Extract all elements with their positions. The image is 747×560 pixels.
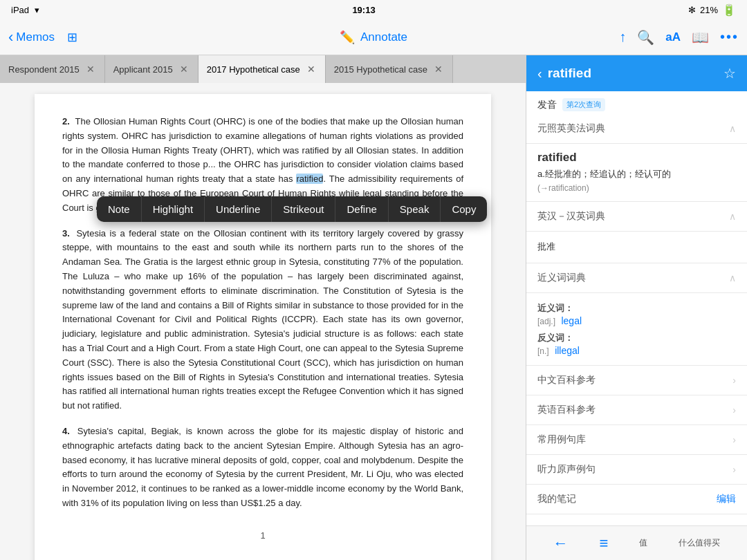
grid-icon[interactable]: ⊞ — [67, 30, 77, 45]
dict-bottom-back-button[interactable]: ← — [553, 534, 569, 552]
dict-yuan-title: 元照英美法词典 — [537, 122, 605, 135]
tab-hypo2017-close[interactable]: ✕ — [306, 64, 317, 75]
wifi-icon: ▾ — [35, 5, 39, 15]
dict-yuan-header[interactable]: 元照英美法词典 ∧ — [537, 122, 736, 135]
antonym-word[interactable]: illegal — [555, 345, 580, 356]
dict-bottom-bar: ← ≡ 值 什么值得买 — [526, 525, 747, 560]
back-label[interactable]: Memos — [16, 30, 55, 44]
doc-panel: Respondent 2015 ✕ Applicant 2015 ✕ 2017 … — [0, 55, 526, 560]
enwiki-chevron-icon: › — [732, 404, 736, 416]
pronunciation-label: 发音 — [537, 99, 557, 111]
doc-page: Note Highlight Underline Strikeout Defin… — [35, 94, 491, 560]
tab-hypo2015[interactable]: 2015 Hypothetical case ✕ — [326, 55, 453, 83]
dict-section-enzh[interactable]: 英汉－汉英词典 ∧ — [526, 202, 747, 232]
dict-section-zhwiki[interactable]: 中文百科参考 › — [526, 366, 747, 395]
ctx-strikeout-button[interactable]: Strikeout — [272, 196, 335, 222]
ctx-highlight-button[interactable]: Highlight — [142, 196, 205, 222]
nav-center: ✏️ Annotate — [252, 30, 495, 45]
tab-applicant-close[interactable]: ✕ — [178, 64, 190, 75]
dict-bottom-list-button[interactable]: ≡ — [600, 534, 609, 552]
dict-def-note: (→ratification) — [537, 183, 589, 193]
dict-zhwiki-label: 中文百科参考 — [537, 374, 596, 386]
pronunciation-badge: 第2次查询 — [562, 98, 605, 111]
highlighted-word-ratified: ratified — [296, 174, 323, 184]
tab-applicant-label: Applicant 2015 — [113, 64, 173, 75]
synonym-word[interactable]: legal — [561, 315, 582, 326]
dict-edit-button[interactable]: 编辑 — [717, 493, 736, 505]
dict-enzh-label: 英汉－汉英词典 — [537, 210, 605, 223]
device-label: iPad — [11, 5, 29, 15]
dict-star-button[interactable]: ☆ — [723, 65, 736, 82]
dict-section-examples[interactable]: 常用例句库 › — [526, 425, 747, 455]
more-icon[interactable]: ••• — [720, 29, 739, 45]
antonym-pos-label: [n.] — [537, 346, 549, 356]
export-icon[interactable]: ↑ — [619, 29, 626, 45]
bluetooth-icon: ✻ — [688, 5, 696, 15]
dict-examples-label: 常用例句库 — [537, 433, 586, 446]
para-3-num: 3. — [62, 228, 70, 239]
dict-synonym-content: 近义词： [adj.] legal 反义词： [n.] illegal — [526, 293, 747, 366]
dict-word-entry: ratified a.经批准的；经追认的；经认可的 (→ratification… — [526, 144, 747, 202]
dict-section-enwiki[interactable]: 英语百科参考 › — [526, 395, 747, 425]
para-2-num: 2. — [62, 116, 70, 127]
dict-bottom-value-label: 值 — [639, 537, 647, 549]
dict-section-synonym[interactable]: 近义词词典 ∧ — [526, 263, 747, 293]
ctx-copy-button[interactable]: Copy — [441, 196, 487, 222]
tab-respondent-close[interactable]: ✕ — [85, 64, 96, 75]
battery-percent: 21% — [700, 5, 718, 15]
status-right: ✻ 21% 🔋 — [688, 3, 736, 17]
dict-section-audio[interactable]: 听力原声例句 › — [526, 455, 747, 485]
battery-icon: 🔋 — [722, 3, 736, 17]
ctx-define-button[interactable]: Define — [335, 196, 388, 222]
ctx-note-button[interactable]: Note — [97, 196, 142, 222]
synonym-chevron-icon: ∧ — [729, 272, 736, 283]
tab-respondent-label: Respondent 2015 — [8, 64, 80, 75]
dict-word-main: ratified — [537, 151, 736, 165]
tab-hypo2015-label: 2015 Hypothetical case — [334, 64, 427, 75]
tab-hypo2017-label: 2017 Hypothetical case — [207, 64, 300, 75]
doc-content[interactable]: Note Highlight Underline Strikeout Defin… — [0, 83, 526, 560]
dict-enwiki-label: 英语百科参考 — [537, 404, 596, 416]
annotate-label[interactable]: Annotate — [360, 30, 407, 44]
tab-respondent[interactable]: Respondent 2015 ✕ — [0, 55, 105, 83]
search-icon[interactable]: 🔍 — [637, 29, 654, 46]
dict-notes-label: 我的笔记 — [537, 493, 576, 505]
dict-notes-row: 我的笔记 编辑 — [526, 485, 747, 514]
dict-definition: a.经批准的；经追认的；经认可的 (→ratification) — [537, 167, 736, 194]
dict-approve-section: 批准 — [526, 232, 747, 263]
antonym-label: 反义词： — [537, 333, 573, 343]
tabs-row: Respondent 2015 ✕ Applicant 2015 ✕ 2017 … — [0, 55, 526, 83]
dict-def-text: 经批准的；经追认的；经认可的 — [545, 169, 671, 179]
font-icon[interactable]: aA — [665, 30, 681, 44]
tab-hypo2015-close[interactable]: ✕ — [433, 64, 444, 75]
enzh-chevron-icon: ∧ — [729, 211, 736, 222]
status-left: iPad ▾ — [11, 5, 39, 15]
zhwiki-chevron-icon: › — [732, 375, 736, 386]
dict-panel: ‹ ratified ☆ 发音 第2次查询 元照英美法词典 ∧ ratified — [526, 55, 747, 560]
back-button[interactable]: ‹ Memos — [8, 28, 55, 46]
dict-content[interactable]: 发音 第2次查询 元照英美法词典 ∧ ratified a.经批准的；经追认的；… — [526, 91, 747, 525]
synonym-adj-label: [adj.] — [537, 317, 555, 326]
nav-right: ↑ 🔍 aA 📖 ••• — [495, 29, 739, 46]
ctx-speak-button[interactable]: Speak — [389, 196, 441, 222]
tab-applicant[interactable]: Applicant 2015 ✕ — [105, 55, 199, 83]
tab-hypo2017[interactable]: 2017 Hypothetical case ✕ — [199, 55, 326, 83]
nav-left: ‹ Memos ⊞ — [8, 28, 252, 46]
dict-bottom-brand-label: 什么值得买 — [679, 537, 720, 549]
dict-back-button[interactable]: ‹ — [537, 66, 542, 82]
pencil-icon: ✏️ — [340, 30, 355, 45]
ctx-underline-button[interactable]: Underline — [205, 196, 272, 222]
context-menu: Note Highlight Underline Strikeout Defin… — [97, 196, 487, 222]
dict-header: ‹ ratified ☆ — [526, 55, 747, 91]
dict-approve-text: 批准 — [537, 240, 736, 254]
audio-chevron-icon: › — [732, 464, 736, 475]
page-number: 1 — [62, 522, 463, 549]
nav-bar: ‹ Memos ⊞ ✏️ Annotate ↑ 🔍 aA 📖 ••• — [0, 19, 747, 55]
dict-section-yuan: 元照英美法词典 ∧ — [526, 114, 747, 144]
book-icon[interactable]: 📖 — [692, 29, 709, 46]
dict-def-pos: a. — [537, 169, 545, 179]
dict-audio-label: 听力原声例句 — [537, 463, 596, 476]
examples-chevron-icon: › — [732, 434, 736, 445]
yuan-chevron-icon: ∧ — [729, 123, 736, 134]
status-bar: iPad ▾ 19:13 ✻ 21% 🔋 — [0, 0, 747, 19]
